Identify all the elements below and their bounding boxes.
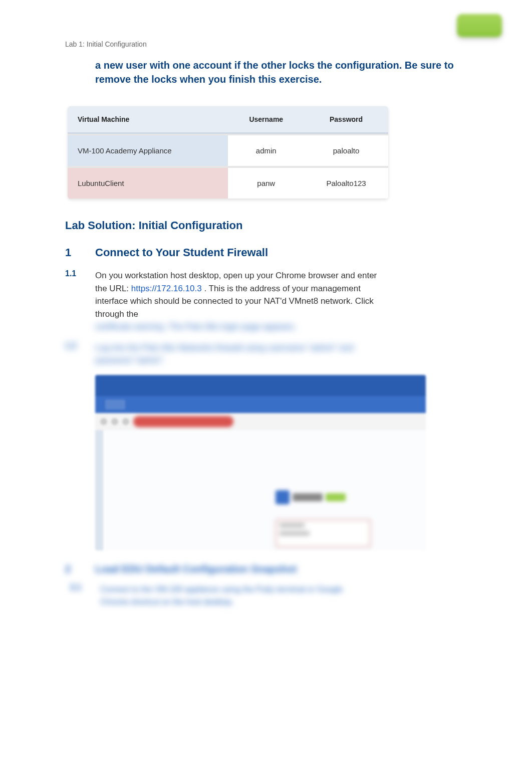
nav-back-icon (100, 418, 107, 425)
login-screenshot (95, 375, 426, 550)
blurred-text: certificate warning. The Palo Alto login… (95, 322, 296, 331)
browser-titlebar (95, 375, 426, 396)
table-header-row: Virtual Machine Username Password (68, 106, 388, 134)
step-number: 1.1 (65, 269, 95, 333)
table-row: LubuntuClient panw Paloalto123 (68, 166, 388, 199)
step-1-2: 1.2 Log into the Palo Alto Networks fire… (65, 341, 472, 367)
col-password: Password (304, 106, 388, 134)
scrollbar (95, 430, 103, 550)
col-vm: Virtual Machine (68, 106, 228, 134)
logo-text (326, 493, 346, 501)
step-text: On you workstation host desktop, open up… (95, 269, 386, 333)
credentials-table: Virtual Machine Username Password VM-100… (68, 106, 388, 199)
url-highlight (133, 416, 233, 427)
cell-user: panw (228, 166, 304, 199)
browser-urlbar (95, 413, 426, 430)
table-row: VM-100 Academy Appliance admin paloalto (68, 134, 388, 166)
step-number: 1.2 (65, 341, 95, 367)
login-box (276, 490, 371, 550)
credentials-highlight (276, 519, 371, 547)
lab-title: Lab 1: Initial Configuration (65, 40, 472, 48)
blurred-text: Log into the Palo Alto Networks firewall… (95, 341, 386, 367)
col-username: Username (228, 106, 304, 134)
unlock-button[interactable] (457, 14, 502, 37)
section-title: Load EDU Default Configuration Snapshot (95, 563, 297, 575)
section-title: Connect to Your Student Firewall (95, 246, 268, 259)
section-2-blurred: 2 Load EDU Default Configuration Snapsho… (65, 563, 472, 609)
logo-icon (276, 490, 290, 504)
cell-vm: LubuntuClient (68, 166, 228, 199)
section-1: 1 Connect to Your Student Firewall (65, 246, 472, 259)
step-1-1: 1.1 On you workstation host desktop, ope… (65, 269, 472, 333)
cell-pass: paloalto (304, 134, 388, 166)
cell-pass: Paloalto123 (304, 166, 388, 199)
intro-note: a new user with one account if the other… (95, 58, 457, 86)
logo-text (293, 493, 323, 501)
page-body (95, 430, 426, 550)
browser-tabrow (95, 396, 426, 413)
step-number: 2.1 (70, 583, 100, 609)
management-url-link[interactable]: https://172.16.10.3 (131, 284, 202, 293)
browser-tab (105, 400, 125, 410)
blurred-text: Connect to the VM-100 appliance using th… (100, 583, 361, 609)
section-number: 2 (65, 563, 95, 575)
nav-forward-icon (111, 418, 118, 425)
cell-user: admin (228, 134, 304, 166)
section-number: 1 (65, 246, 95, 259)
nav-reload-icon (122, 418, 129, 425)
solution-heading: Lab Solution: Initial Configuration (65, 219, 472, 232)
cell-vm: VM-100 Academy Appliance (68, 134, 228, 166)
paloalto-logo (276, 490, 371, 504)
